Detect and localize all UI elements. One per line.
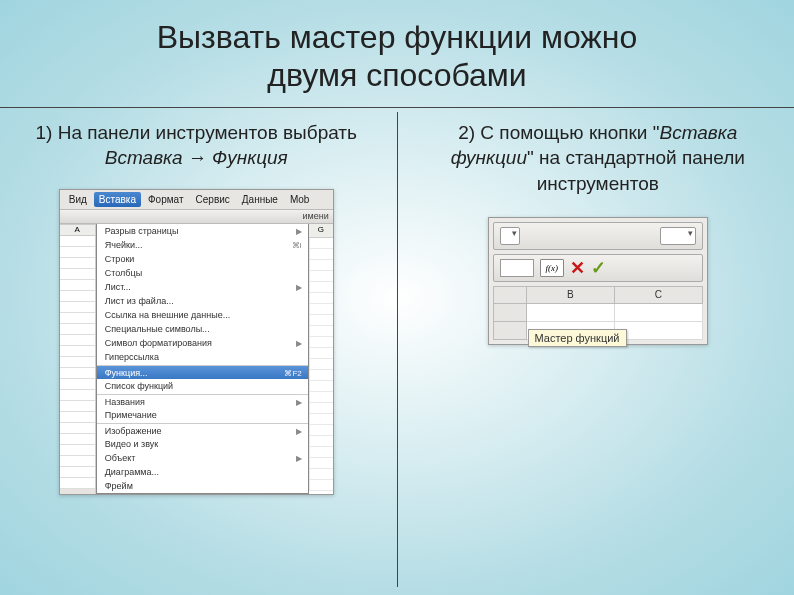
col-header-a: A [60,224,95,236]
menu-item[interactable]: Список функций [97,379,308,393]
menubar: ВидВставкаФорматСервисДанныеMob [60,190,333,210]
menu-item[interactable]: Ячейки...⌘I [97,238,308,252]
left-column: 1) На панели инструментов выбрать Вставк… [0,112,393,587]
menu-item[interactable]: Видео и звук [97,437,308,451]
column-headers: B C [493,286,703,304]
menu-данные[interactable]: Данные [237,192,283,207]
menu-item[interactable]: Функция...⌘F2 [97,365,308,379]
submenu-arrow-icon: ▶ [296,283,302,292]
screenshot-toolbar: 10 f(x) ✕ ✓ B C [488,217,708,345]
menu-item[interactable]: Ссылка на внешние данные... [97,308,308,322]
menu-item[interactable]: Изображение▶ [97,423,308,437]
menu-item[interactable]: Примечание [97,408,308,422]
col-header-g: G [309,224,333,238]
dropdown-icon[interactable] [500,227,520,245]
menu-item[interactable]: Лист из файла... [97,294,308,308]
menu-item[interactable]: Строки [97,252,308,266]
menu-вид[interactable]: Вид [64,192,92,207]
dropdown-icon[interactable] [660,227,696,245]
formula-bar: f(x) ✕ ✓ [493,254,703,282]
name-box[interactable] [500,259,534,277]
cancel-icon[interactable]: ✕ [570,257,585,279]
left-subtitle: 1) На панели инструментов выбрать Вставк… [18,120,375,171]
right-subtitle: 2) С помощью кнопки "Вставка функции" на… [420,120,777,197]
slide-title: Вызвать мастер функции можнодвумя способ… [0,0,794,107]
screenshot-menu: ВидВставкаФорматСервисДанныеMob имени A … [59,189,334,495]
toolbar-row [493,222,703,250]
submenu-arrow-icon: ▶ [296,427,302,436]
right-column: 2) С помощью кнопки "Вставка функции" на… [402,112,795,587]
col-header-b[interactable]: B [527,286,615,304]
submenu-arrow-icon: ▶ [296,339,302,348]
submenu-arrow-icon: ▶ [296,454,302,463]
fx-button[interactable]: f(x) [540,259,564,277]
screenshot-toolbar-wrap: 10 f(x) ✕ ✓ B C [420,217,777,345]
submenu-arrow-icon: ▶ [296,398,302,407]
accept-icon[interactable]: ✓ [591,257,606,279]
menu-item[interactable]: Объект▶ [97,451,308,465]
vertical-divider [397,112,398,587]
menu-item[interactable]: Разрыв страницы▶ [97,224,308,238]
insert-dropdown-menu: Разрыв страницы▶Ячейки...⌘IСтрокиСтолбцы… [96,224,309,494]
name-box-label: имени [303,211,329,221]
grid-row [493,304,703,322]
menu-item[interactable]: Гиперссылка [97,350,308,364]
submenu-arrow-icon: ▶ [296,227,302,236]
horizontal-divider [0,107,794,108]
menu-сервис[interactable]: Сервис [191,192,235,207]
menu-item[interactable]: Лист...▶ [97,280,308,294]
menu-item[interactable]: Символ форматирования▶ [97,336,308,350]
menu-item[interactable]: Столбцы [97,266,308,280]
corner-cell [493,286,527,304]
menu-item[interactable]: Диаграмма... [97,465,308,479]
menu-mob[interactable]: Mob [285,192,314,207]
col-header-c[interactable]: C [615,286,703,304]
spreadsheet-right: G [309,224,333,494]
menu-item[interactable]: Фрейм [97,479,308,493]
menu-item[interactable]: Названия▶ [97,394,308,408]
menu-item[interactable]: Специальные символы... [97,322,308,336]
spreadsheet-left: A [60,224,96,494]
menu-вставка[interactable]: Вставка [94,192,141,207]
menu-формат[interactable]: Формат [143,192,189,207]
ribbon-row: имени [60,210,333,224]
tooltip-master-functions: Мастер функций [528,329,627,347]
